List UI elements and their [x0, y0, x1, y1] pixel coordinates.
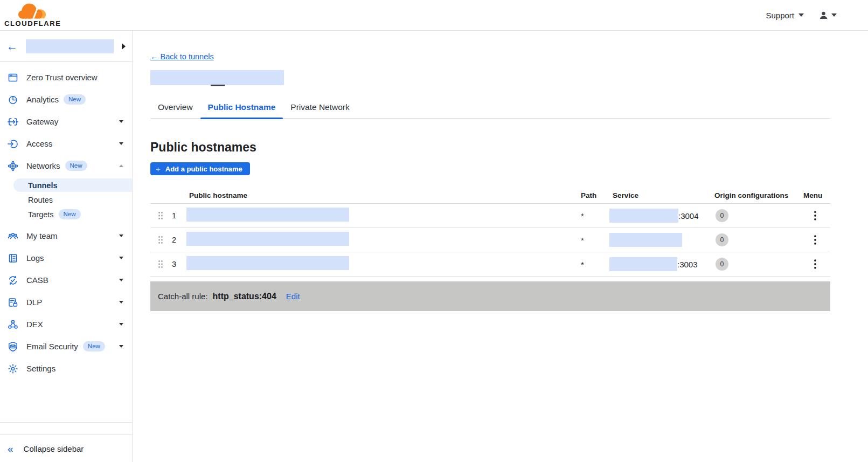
- sidebar-item-logs[interactable]: Logs: [0, 247, 132, 269]
- chevron-down-icon: [119, 301, 123, 304]
- sidebar-nav: Zero Trust overview Analytics New Gatewa…: [0, 62, 132, 423]
- column-header-public-hostname: Public hostname: [186, 191, 581, 199]
- networks-sub-menu: Tunnels Routes Targets New: [0, 177, 132, 225]
- column-header-service: Service: [609, 191, 714, 199]
- sidebar-item-tunnels[interactable]: Tunnels: [13, 178, 132, 192]
- expand-triangle-icon[interactable]: [122, 43, 126, 50]
- sidebar-item-my-team[interactable]: My team: [0, 225, 132, 247]
- sidebar-item-label: Routes: [28, 196, 53, 204]
- column-header-menu: Menu: [803, 191, 830, 199]
- dlp-lock-icon: [8, 297, 18, 308]
- sidebar-item-analytics[interactable]: Analytics New: [0, 88, 132, 111]
- gateway-icon: [8, 116, 18, 127]
- public-hostnames-table: Public hostname Path Service Origin conf…: [150, 191, 830, 277]
- pie-chart-icon: [8, 94, 18, 105]
- sidebar-item-gateway[interactable]: Gateway: [0, 111, 132, 133]
- new-badge: New: [65, 161, 87, 171]
- sidebar-item-access[interactable]: Access: [0, 133, 132, 155]
- sidebar-item-label: Logs: [26, 253, 44, 263]
- service-port: :3003: [677, 260, 698, 269]
- row-index: 2: [172, 236, 186, 244]
- sidebar-item-label: Tunnels: [28, 181, 58, 190]
- sidebar-item-label: Analytics: [26, 95, 59, 104]
- network-mesh-icon: [8, 161, 18, 171]
- sidebar-item-label: My team: [26, 231, 58, 240]
- catch-all-rule-value: http_status:404: [213, 292, 276, 301]
- path-value: *: [581, 236, 609, 245]
- redacted-service: [609, 233, 682, 247]
- cloudflare-logo[interactable]: CLOUDFLARE: [4, 3, 61, 27]
- back-arrow-icon[interactable]: ←: [6, 40, 18, 52]
- sidebar-item-zero-trust-overview[interactable]: Zero Trust overview: [0, 66, 132, 88]
- row-index: 1: [172, 211, 186, 220]
- sidebar-item-settings[interactable]: Settings: [0, 357, 132, 380]
- window-icon: [8, 72, 18, 83]
- path-value: *: [581, 211, 609, 220]
- sidebar-item-dex[interactable]: DEX: [0, 313, 132, 335]
- catch-all-rule-bar: Catch-all rule: http_status:404 Edit: [150, 281, 830, 311]
- user-menu[interactable]: [819, 11, 837, 20]
- chevron-down-icon: [798, 13, 804, 17]
- collapse-sidebar-button[interactable]: « Collapse sidebar: [0, 435, 132, 462]
- row-menu-button[interactable]: [810, 257, 821, 272]
- chevron-down-icon: [119, 120, 123, 123]
- add-public-hostname-button[interactable]: + Add a public hostname: [150, 162, 250, 175]
- collapse-chevrons-icon: «: [8, 444, 13, 454]
- chevron-up-icon: [119, 164, 123, 167]
- tab-overview[interactable]: Overview: [150, 102, 200, 118]
- sidebar-item-routes[interactable]: Routes: [0, 192, 132, 207]
- sidebar-item-label: DEX: [26, 320, 43, 329]
- origin-config-count-badge: 0: [716, 233, 728, 246]
- logs-icon: [8, 253, 18, 264]
- redacted-hostname: [186, 232, 349, 246]
- main-content: ← Back to tunnels Overview Public Hostna…: [133, 31, 868, 462]
- sidebar-item-casb[interactable]: CASB: [0, 269, 132, 291]
- chevron-down-icon: [831, 13, 837, 17]
- tab-public-hostname[interactable]: Public Hostname: [200, 102, 283, 118]
- topbar: CLOUDFLARE Support: [0, 0, 868, 31]
- drag-handle-icon[interactable]: [150, 236, 172, 244]
- sidebar-item-networks[interactable]: Networks New: [0, 155, 132, 177]
- chevron-down-icon: [119, 345, 123, 348]
- column-header-path: Path: [581, 191, 609, 199]
- cloudflare-wordmark: CLOUDFLARE: [4, 20, 61, 27]
- drag-handle-icon[interactable]: [150, 260, 172, 268]
- edit-catch-all-link[interactable]: Edit: [286, 292, 300, 301]
- sidebar-item-label: Email Security: [26, 342, 78, 351]
- page-title: Public hostnames: [150, 140, 830, 155]
- chevron-down-icon: [119, 279, 123, 281]
- table-row: 2 * 0: [150, 228, 830, 252]
- sidebar-item-label: Gateway: [26, 117, 58, 126]
- table-header-row: Public hostname Path Service Origin conf…: [150, 191, 830, 204]
- redacted-account-name: [26, 39, 114, 53]
- tunnel-name-underscore: [211, 85, 225, 86]
- sidebar-item-email-security[interactable]: Email Security New: [0, 335, 132, 357]
- back-to-tunnels-link[interactable]: ← Back to tunnels: [150, 52, 214, 61]
- sidebar-item-label: DLP: [26, 298, 42, 307]
- row-menu-button[interactable]: [810, 208, 821, 223]
- new-badge: New: [64, 94, 86, 105]
- sidebar-item-targets[interactable]: Targets New: [0, 207, 132, 222]
- origin-config-count-badge: 0: [716, 258, 728, 271]
- new-badge: New: [83, 341, 105, 352]
- email-shield-icon: [8, 341, 18, 352]
- chevron-down-icon: [119, 142, 123, 145]
- sidebar-item-label: Zero Trust overview: [26, 73, 98, 82]
- sidebar-item-dlp[interactable]: DLP: [0, 291, 132, 313]
- sidebar-item-label: Networks: [26, 161, 60, 170]
- tab-bar: Overview Public Hostname Private Network: [150, 102, 830, 119]
- user-icon: [819, 11, 828, 20]
- cloudflare-cloud-icon: [18, 3, 47, 19]
- new-badge: New: [59, 209, 81, 220]
- path-value: *: [581, 260, 609, 269]
- drag-handle-icon[interactable]: [150, 211, 172, 220]
- row-menu-button[interactable]: [810, 232, 821, 247]
- plus-icon: +: [156, 165, 161, 173]
- sidebar-item-label: CASB: [26, 275, 48, 285]
- support-menu[interactable]: Support: [766, 11, 804, 20]
- sidebar-account-header: ←: [0, 31, 132, 62]
- sidebar-item-label: Settings: [26, 364, 55, 373]
- tab-private-network[interactable]: Private Network: [283, 102, 357, 118]
- table-row: 3 * :3003 0: [150, 252, 830, 277]
- support-label: Support: [766, 11, 794, 20]
